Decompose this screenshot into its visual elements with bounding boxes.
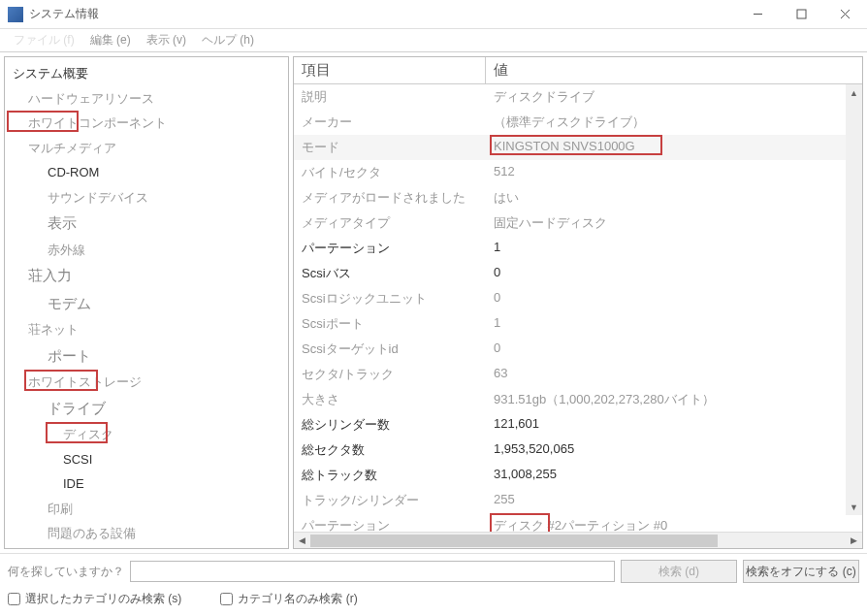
chk-cat-name-only[interactable]: カテゴリ名のみ検索 (r) — [220, 591, 357, 607]
detail-row-0[interactable]: 説明ディスクドライブ — [294, 84, 862, 110]
row-key: 総トラック数 — [294, 465, 486, 486]
minimize-button[interactable] — [736, 0, 780, 29]
row-value: 1 — [486, 313, 862, 335]
row-value: 255 — [486, 490, 862, 511]
row-key: 説明 — [294, 86, 486, 108]
h-thumb[interactable] — [310, 535, 718, 547]
row-key: メディアタイプ — [294, 212, 486, 234]
detail-row-1[interactable]: メーカー（標準ディスクドライブ） — [294, 110, 862, 135]
tree-item-2[interactable]: ホワイトコンポーネント — [7, 111, 286, 136]
check-row: 選択したカテゴリのみ検索 (s) カテゴリ名のみ検索 (r) — [8, 591, 859, 607]
tree-item-1[interactable]: ハードウェアリソース — [7, 86, 286, 112]
row-value: 121,601 — [486, 414, 862, 436]
tree-item-19[interactable]: USB — [7, 546, 286, 550]
tree-item-12[interactable]: ホワイトストレージ — [7, 370, 286, 395]
search-off-button[interactable]: 検索をオフにする (c) — [743, 560, 859, 583]
tree-item-18[interactable]: 問題のある設備 — [7, 521, 286, 546]
tree-item-8[interactable]: 荘入力 — [7, 262, 286, 290]
menu-1[interactable]: 編集 (e) — [84, 30, 137, 50]
row-key: バイト/セクタ — [294, 162, 486, 183]
header-value[interactable]: 値 — [486, 57, 862, 83]
detail-row-12[interactable]: 大きさ931.51gb（1,000,202,273,280バイト） — [294, 387, 862, 412]
h-track[interactable] — [310, 533, 846, 549]
horizontal-scrollbar[interactable]: ◀ ▶ — [294, 532, 862, 548]
tree-item-11[interactable]: ポート — [7, 342, 286, 371]
vertical-scrollbar[interactable]: ▲ ▼ — [846, 84, 862, 515]
window-title: システム情報 — [29, 6, 736, 22]
tree-item-3[interactable]: マルチメディア — [7, 136, 286, 161]
maximize-button[interactable] — [780, 0, 823, 29]
detail-row-3[interactable]: バイト/セクタ512 — [294, 160, 862, 185]
search-button[interactable]: 検索 (d) — [621, 560, 737, 583]
row-value: 1 — [486, 238, 862, 259]
row-key: セクタ/トラック — [294, 364, 486, 385]
menu-0[interactable]: ファイル (f) — [8, 30, 80, 50]
scroll-right-icon[interactable]: ▶ — [846, 535, 862, 545]
tree-item-15[interactable]: SCSI — [7, 447, 286, 472]
row-value: ディスク #2パーティション #0 — [486, 515, 862, 532]
search-row: 何を探していますか？ 検索 (d) 検索をオフにする (c) — [8, 560, 859, 583]
row-value: （標準ディスクドライブ） — [486, 112, 862, 133]
detail-row-15[interactable]: 総トラック数31,008,255 — [294, 463, 862, 488]
menu-2[interactable]: 表示 (v) — [141, 30, 192, 50]
chk-cat-name-box[interactable] — [220, 593, 233, 605]
row-value: 0 — [486, 339, 862, 360]
close-button[interactable] — [823, 0, 867, 29]
tree-item-0[interactable]: システム概要 — [7, 61, 286, 86]
detail-body[interactable]: 説明ディスクドライブメーカー（標準ディスクドライブ）モードKINGSTON SN… — [294, 84, 862, 532]
category-tree[interactable]: システム概要ハードウェアリソースホワイトコンポーネントマルチメディアCD-ROM… — [4, 56, 289, 549]
row-key: パーテーション — [294, 515, 486, 532]
detail-row-14[interactable]: 総セクタ数1,953,520,065 — [294, 438, 862, 463]
detail-row-5[interactable]: メディアタイプ固定ハードディスク — [294, 211, 862, 236]
detail-row-17[interactable]: パーテーションディスク #2パーティション #0 — [294, 513, 862, 532]
highlight-box — [490, 135, 662, 155]
tree-item-10[interactable]: 荘ネット — [7, 317, 286, 342]
tree-item-14[interactable]: ディスク — [7, 422, 286, 447]
detail-row-8[interactable]: Scsiロジックユニット0 — [294, 286, 862, 311]
detail-headers: 項目 値 — [294, 57, 862, 84]
row-key: パーテーション — [294, 238, 486, 259]
row-value: KINGSTON SNVS1000G — [486, 137, 862, 158]
row-key: Scsiロジックユニット — [294, 288, 486, 309]
window-buttons — [736, 0, 867, 29]
search-label: 何を探していますか？ — [8, 564, 124, 580]
menu-3[interactable]: ヘルプ (h) — [196, 30, 260, 50]
highlight-box — [490, 513, 550, 532]
chk-selected-cat[interactable]: 選択したカテゴリのみ検索 (s) — [8, 591, 181, 607]
detail-row-2[interactable]: モードKINGSTON SNVS1000G — [294, 135, 862, 160]
detail-row-9[interactable]: Scsiポート1 — [294, 311, 862, 337]
app-icon — [8, 7, 23, 22]
tree-item-7[interactable]: 赤外線 — [7, 238, 286, 263]
detail-row-13[interactable]: 総シリンダー数121,601 — [294, 412, 862, 438]
chk-selected-cat-box[interactable] — [8, 593, 20, 605]
scroll-up-icon[interactable]: ▲ — [846, 84, 862, 101]
row-value: ディスクドライブ — [486, 86, 862, 108]
row-key: メーカー — [294, 112, 486, 133]
scroll-down-icon[interactable]: ▼ — [846, 499, 862, 515]
detail-row-4[interactable]: メディアがロードされましたはい — [294, 185, 862, 211]
detail-row-11[interactable]: セクタ/トラック63 — [294, 362, 862, 387]
detail-row-7[interactable]: Scsiバス0 — [294, 261, 862, 286]
tree-item-6[interactable]: 表示 — [7, 210, 286, 238]
detail-row-10[interactable]: Scsiターゲットid0 — [294, 337, 862, 362]
header-item[interactable]: 項目 — [294, 57, 486, 83]
footer: 何を探していますか？ 検索 (d) 検索をオフにする (c) 選択したカテゴリの… — [0, 553, 867, 613]
tree-item-4[interactable]: CD-ROM — [7, 160, 286, 185]
tree-item-9[interactable]: モデム — [7, 290, 286, 318]
detail-pane: 項目 値 説明ディスクドライブメーカー（標準ディスクドライブ）モードKINGST… — [293, 56, 863, 549]
detail-row-16[interactable]: トラック/シリンダー255 — [294, 488, 862, 513]
row-key: Scsiポート — [294, 313, 486, 335]
search-input[interactable] — [130, 561, 615, 582]
tree-item-17[interactable]: 印刷 — [7, 497, 286, 522]
scroll-left-icon[interactable]: ◀ — [294, 535, 310, 545]
tree-item-5[interactable]: サウンドデバイス — [7, 185, 286, 211]
row-key: メディアがロードされました — [294, 187, 486, 209]
row-value: 31,008,255 — [486, 465, 862, 486]
tree-item-16[interactable]: IDE — [7, 471, 286, 497]
row-key: 総セクタ数 — [294, 439, 486, 461]
tree-item-13[interactable]: ドライブ — [7, 395, 286, 423]
row-key: 大きさ — [294, 389, 486, 410]
detail-row-6[interactable]: パーテーション1 — [294, 236, 862, 261]
row-key: 総シリンダー数 — [294, 414, 486, 436]
row-key: Scsiバス — [294, 263, 486, 284]
